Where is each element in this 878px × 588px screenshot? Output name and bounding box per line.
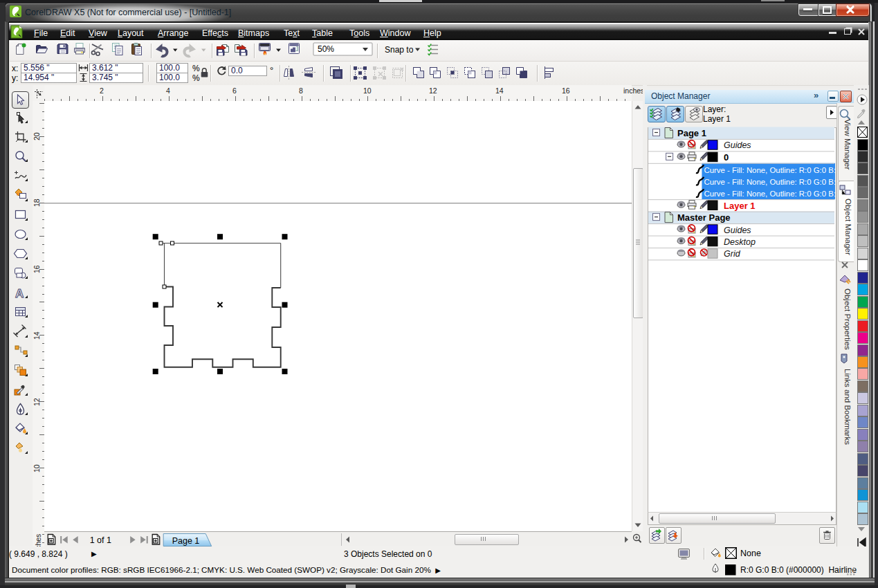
svg-text:R:0 G:0 B:0 (#000000) Hairlin: R:0 G:0 B:0 (#000000) Hairline xyxy=(740,565,857,575)
svg-text:Desktop: Desktop xyxy=(724,237,756,247)
svg-text:Guides: Guides xyxy=(724,226,751,235)
svg-text:50%: 50% xyxy=(318,44,334,54)
svg-text:Guides: Guides xyxy=(724,140,751,150)
svg-text:Page 1: Page 1 xyxy=(172,536,200,546)
svg-text:Curve - Fill: None, Outline: R: Curve - Fill: None, Outline: R:0 G:0 B: xyxy=(704,190,836,199)
svg-text:1 of 1: 1 of 1 xyxy=(90,535,111,545)
svg-text:Grid: Grid xyxy=(724,249,741,259)
svg-text:A: A xyxy=(15,287,24,300)
svg-text:Snap to: Snap to xyxy=(385,45,414,55)
svg-text:Curve - Fill: None, Outline: R: Curve - Fill: None, Outline: R:0 G:0 B: xyxy=(704,178,836,186)
svg-text:0: 0 xyxy=(724,152,729,163)
svg-text:Page 1: Page 1 xyxy=(677,128,706,138)
svg-text:Curve - Fill: None, Outline: R: Curve - Fill: None, Outline: R:0 G:0 B: xyxy=(704,166,836,174)
svg-text:Layer 1: Layer 1 xyxy=(724,201,756,211)
svg-text:None: None xyxy=(740,549,761,558)
svg-text:Master Page: Master Page xyxy=(677,212,731,223)
